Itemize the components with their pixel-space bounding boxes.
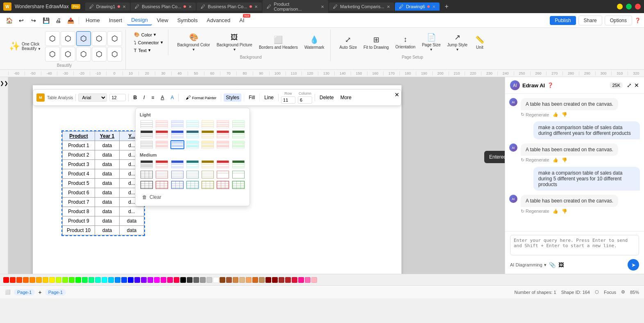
shape-style-8[interactable]: ⬡ <box>92 47 107 61</box>
style-light-16[interactable] <box>170 140 184 149</box>
sidebar-toggle[interactable]: ❯❯ <box>0 77 8 274</box>
canvas-area[interactable]: M Table Analysis Arial B I ≡ A A <box>8 77 505 274</box>
color-swatch[interactable] <box>36 277 42 283</box>
shape-style-6[interactable]: ⬡ <box>61 47 75 61</box>
menu-symbols[interactable]: Symbols <box>173 16 202 25</box>
color-swatch[interactable] <box>161 277 166 283</box>
color-swatch[interactable] <box>62 277 68 283</box>
col-header-product[interactable]: Product <box>63 132 95 141</box>
thumbs-up-button-1[interactable]: 👍 <box>553 157 558 163</box>
tab-close[interactable]: ✕ <box>254 5 258 9</box>
line-button[interactable]: Line <box>262 93 276 102</box>
style-medium-19[interactable] <box>216 180 230 189</box>
color-swatch[interactable] <box>88 277 94 283</box>
color-swatch[interactable] <box>128 277 134 283</box>
export-button[interactable]: 📤 <box>65 15 76 26</box>
menu-design[interactable]: Design <box>127 15 152 25</box>
style-medium-1[interactable] <box>155 160 169 169</box>
style-light-19[interactable] <box>216 140 230 149</box>
color-swatch[interactable] <box>75 277 81 283</box>
shape-style-2[interactable]: ⬡ <box>61 31 75 46</box>
page-size-button[interactable]: 📄 Page Size ▾ <box>420 31 443 53</box>
fill-button[interactable]: Fill <box>247 93 257 102</box>
shape-style-9[interactable]: ⬡ <box>107 47 122 61</box>
thumbs-up-button-0[interactable]: 👍 <box>553 112 558 117</box>
ai-diagramming-selector[interactable]: AI Diagramming ▾ <box>510 262 546 268</box>
auto-size-button[interactable]: ⤢ Auto Size <box>337 34 360 51</box>
column-input[interactable] <box>298 96 312 104</box>
menu-ai[interactable]: AIhot <box>235 16 248 25</box>
italic-button[interactable]: I <box>141 93 147 102</box>
close-panel-button[interactable]: ✕ <box>634 82 639 89</box>
style-light-11[interactable] <box>201 130 215 139</box>
color-swatch[interactable] <box>246 277 252 283</box>
color-swatch[interactable] <box>134 277 140 283</box>
styles-button[interactable]: Styles <box>224 93 241 102</box>
color-swatch[interactable] <box>305 277 311 283</box>
style-light-3[interactable] <box>186 120 200 129</box>
style-light-5[interactable] <box>216 120 230 129</box>
color-swatch[interactable] <box>292 277 297 283</box>
style-medium-3[interactable] <box>186 160 200 169</box>
color-swatch[interactable] <box>193 277 199 283</box>
color-swatch[interactable] <box>141 277 147 283</box>
style-medium-9[interactable] <box>170 170 184 179</box>
home-icon-btn[interactable]: 🏠 <box>3 15 15 26</box>
shape-style-4[interactable]: ⬡ <box>107 31 122 46</box>
style-medium-6[interactable] <box>231 160 245 169</box>
underline-button[interactable]: A <box>159 93 166 102</box>
style-medium-14[interactable] <box>140 180 154 189</box>
style-light-18[interactable] <box>201 140 215 149</box>
tab-business1[interactable]: 🖊 Business Plan Co... ✕ <box>131 2 196 11</box>
style-medium-15[interactable] <box>155 180 169 189</box>
canvas-table[interactable]: Product Year 1 Y... Product 1datad... Pr… <box>61 130 145 236</box>
settings-icon[interactable]: ⚙ <box>621 289 625 295</box>
style-light-9[interactable] <box>170 130 184 139</box>
style-light-4[interactable] <box>201 120 215 129</box>
text-button[interactable]: T Text ▾ <box>132 47 152 54</box>
font-family-select[interactable]: Arial <box>78 93 107 102</box>
color-swatch[interactable] <box>233 277 238 283</box>
ai-input[interactable] <box>510 235 639 255</box>
style-light-20[interactable] <box>231 140 245 149</box>
color-swatch[interactable] <box>49 277 55 283</box>
color-swatch[interactable] <box>102 277 107 283</box>
ai-attach-button[interactable]: 📎 <box>549 262 556 268</box>
color-swatch[interactable] <box>226 277 232 283</box>
color-swatch[interactable] <box>108 277 114 283</box>
color-swatch[interactable] <box>69 277 75 283</box>
ai-send-button[interactable]: ➤ <box>628 259 639 271</box>
tab-marketing[interactable]: 🖊 Marketing Comparis... ✕ <box>329 2 394 11</box>
text-color-button[interactable]: A <box>168 93 176 102</box>
style-light-8[interactable] <box>155 130 169 139</box>
background-picture-button[interactable]: 🖼 Background Picture ▾ <box>214 32 255 53</box>
help-icon[interactable]: ❓ <box>547 82 553 88</box>
close-toolbar-button[interactable]: ✕ <box>395 91 399 98</box>
delete-button[interactable]: Delete <box>317 93 336 102</box>
focus-label[interactable]: Focus <box>604 290 616 295</box>
share-button[interactable]: Share <box>578 16 602 25</box>
style-light-10[interactable] <box>186 130 200 139</box>
style-medium-5[interactable] <box>216 160 230 169</box>
style-medium-13[interactable] <box>231 170 245 179</box>
style-light-15[interactable] <box>155 140 169 149</box>
style-medium-17[interactable] <box>186 180 200 189</box>
style-medium-16[interactable] <box>170 180 184 189</box>
thumbs-up-button-2[interactable]: 👍 <box>553 209 558 214</box>
minimize-panel-button[interactable]: ⤢ <box>627 82 632 89</box>
color-swatch[interactable] <box>56 277 61 283</box>
color-swatch[interactable] <box>239 277 245 283</box>
one-click-beautify-button[interactable]: ✨ One ClickBeautify ▼ <box>7 39 43 53</box>
color-swatch[interactable] <box>23 277 29 283</box>
tab-close[interactable]: ✕ <box>321 5 324 9</box>
minimize-button[interactable] <box>617 4 623 9</box>
color-swatch[interactable] <box>174 277 179 283</box>
style-light-17[interactable] <box>186 140 200 149</box>
color-swatch[interactable] <box>147 277 153 283</box>
style-light-0[interactable] <box>140 120 154 129</box>
current-page-label[interactable]: Page-1 <box>14 289 35 296</box>
publish-button[interactable]: Publish <box>550 16 576 25</box>
col-header-year1[interactable]: Year 1 <box>95 132 120 141</box>
font-size-input[interactable] <box>109 94 126 101</box>
style-light-2[interactable] <box>170 120 184 129</box>
